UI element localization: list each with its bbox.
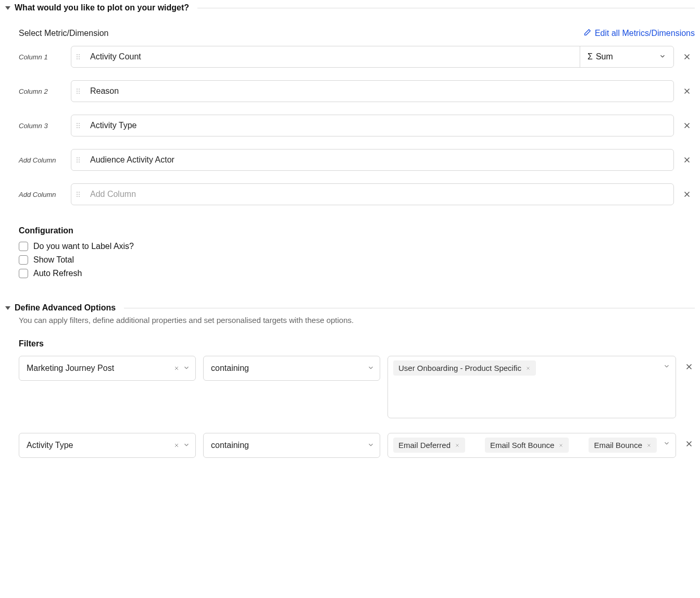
metric-row: Column 3 <box>19 115 695 136</box>
aggregation-label: Sum <box>596 52 613 61</box>
pencil-icon <box>583 28 592 39</box>
remove-row-button[interactable] <box>681 86 693 96</box>
filter-value-label: User Onboarding - Product Specific <box>398 364 521 372</box>
checkbox-auto-refresh[interactable] <box>19 269 28 278</box>
filter-field-label: Marketing Journey Post <box>27 364 114 373</box>
remove-tag-icon[interactable] <box>526 364 531 372</box>
filter-field-label: Activity Type <box>27 441 73 450</box>
remove-tag-icon[interactable] <box>455 441 460 450</box>
chevron-down-icon <box>663 440 670 449</box>
metric-input[interactable] <box>89 115 673 136</box>
metric-field[interactable] <box>71 115 674 136</box>
remove-row-button[interactable] <box>681 155 693 165</box>
chevron-down-icon <box>367 364 374 373</box>
divider <box>197 8 695 8</box>
filter-row: Marketing Journey Post containing User O… <box>19 356 695 418</box>
chevron-down-icon <box>663 363 670 371</box>
collapse-caret-icon[interactable] <box>5 6 10 10</box>
filter-operator-select[interactable]: containing <box>203 433 380 458</box>
remove-tag-icon[interactable] <box>646 441 652 450</box>
metric-row: Add Column <box>19 149 695 171</box>
chevron-down-icon <box>367 441 374 450</box>
metric-input[interactable] <box>89 81 673 102</box>
filter-value-tag: User Onboarding - Product Specific <box>393 360 536 376</box>
filter-value-label: Email Bounce <box>594 441 642 450</box>
filter-values-select[interactable]: User Onboarding - Product Specific <box>388 356 676 418</box>
config-option: Do you want to Label Axis? <box>19 242 695 251</box>
plot-section-header: What would you like to plot on your widg… <box>5 3 695 13</box>
remove-filter-button[interactable] <box>683 439 695 449</box>
configuration-section: Configuration Do you want to Label Axis?… <box>19 226 695 278</box>
checkbox-show-total[interactable] <box>19 255 28 265</box>
config-option-label: Do you want to Label Axis? <box>33 242 134 251</box>
metric-row: Add Column <box>19 183 695 205</box>
filter-values-select[interactable]: Email Deferred Email Soft Bounce Email B… <box>388 433 676 458</box>
config-option-label: Auto Refresh <box>33 269 82 278</box>
advanced-section-header: Define Advanced Options <box>5 303 695 313</box>
filter-field-select[interactable]: Marketing Journey Post <box>19 356 196 381</box>
filter-value-tag: Email Soft Bounce <box>485 438 569 453</box>
filters-title: Filters <box>19 339 695 348</box>
configuration-title: Configuration <box>19 226 695 235</box>
checkbox-label-axis[interactable] <box>19 242 28 251</box>
filter-field-select[interactable]: Activity Type <box>19 433 196 458</box>
metric-header-row: Select Metric/Dimension Edit all Metrics… <box>19 28 695 39</box>
row-label: Add Column <box>19 156 64 164</box>
metric-row: Column 1 Σ Sum <box>19 46 695 68</box>
remove-row-button[interactable] <box>681 190 693 199</box>
drag-handle-icon[interactable] <box>77 54 84 59</box>
plot-section-title: What would you like to plot on your widg… <box>15 3 189 13</box>
metric-field[interactable] <box>71 149 674 171</box>
config-option: Auto Refresh <box>19 269 695 278</box>
row-label: Column 2 <box>19 88 64 95</box>
edit-metrics-label: Edit all Metrics/Dimensions <box>595 29 695 38</box>
filter-value-tag: Email Bounce <box>589 438 657 453</box>
metric-row: Column 2 <box>19 80 695 102</box>
filter-operator-select[interactable]: containing <box>203 356 380 381</box>
metric-rows: Column 1 Σ Sum Column 2 <box>19 46 695 205</box>
filter-value-label: Email Soft Bounce <box>490 441 554 450</box>
row-label: Column 3 <box>19 122 64 130</box>
clear-icon[interactable] <box>173 441 180 450</box>
aggregation-select[interactable]: Σ Sum <box>580 46 673 67</box>
metric-input[interactable] <box>89 184 673 205</box>
metric-field[interactable] <box>71 80 674 102</box>
remove-row-button[interactable] <box>681 52 693 61</box>
config-option-label: Show Total <box>33 255 74 265</box>
metric-field[interactable] <box>71 183 674 205</box>
metric-field[interactable]: Σ Sum <box>71 46 674 68</box>
drag-handle-icon[interactable] <box>77 192 84 197</box>
remove-tag-icon[interactable] <box>558 441 564 450</box>
collapse-caret-icon[interactable] <box>5 306 10 310</box>
metric-input[interactable] <box>89 150 673 170</box>
chevron-down-icon <box>183 364 190 373</box>
filter-operator-label: containing <box>211 364 249 373</box>
metric-input[interactable] <box>89 46 580 67</box>
filter-row: Activity Type containing Email Deferred … <box>19 433 695 458</box>
drag-handle-icon[interactable] <box>77 157 84 163</box>
advanced-section-title: Define Advanced Options <box>15 303 116 313</box>
drag-handle-icon[interactable] <box>77 123 84 128</box>
filter-operator-label: containing <box>211 441 249 450</box>
chevron-down-icon <box>183 441 190 450</box>
advanced-section: Define Advanced Options You can apply fi… <box>5 303 695 458</box>
filter-value-label: Email Deferred <box>398 441 451 450</box>
row-label: Add Column <box>19 191 64 198</box>
drag-handle-icon[interactable] <box>77 89 84 94</box>
select-metric-label: Select Metric/Dimension <box>19 29 109 38</box>
config-option: Show Total <box>19 255 695 265</box>
edit-metrics-link[interactable]: Edit all Metrics/Dimensions <box>583 28 695 39</box>
remove-filter-button[interactable] <box>683 362 695 371</box>
chevron-down-icon <box>659 53 666 61</box>
row-label: Column 1 <box>19 53 64 61</box>
filter-value-tag: Email Deferred <box>393 438 465 453</box>
remove-row-button[interactable] <box>681 121 693 130</box>
clear-icon[interactable] <box>173 364 180 373</box>
divider <box>124 308 695 308</box>
sigma-icon: Σ <box>588 52 593 61</box>
advanced-section-subtitle: You can apply filters, define additional… <box>19 316 695 325</box>
